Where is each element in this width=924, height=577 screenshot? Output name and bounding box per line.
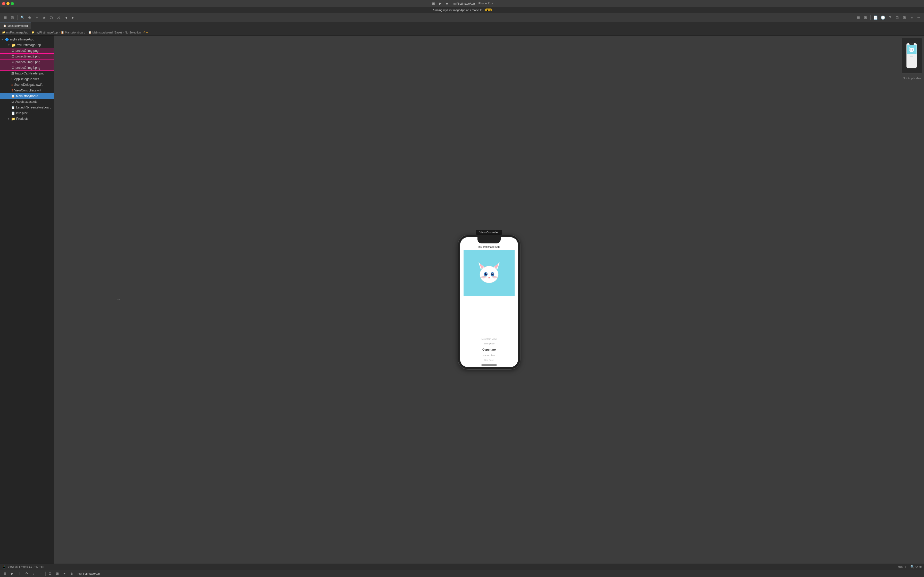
- svg-point-0: [480, 266, 498, 283]
- swift-icon3: S: [11, 89, 13, 92]
- nav-back-icon[interactable]: ◂: [63, 15, 69, 21]
- sidebar-item-products[interactable]: ▶ 📁 Products: [0, 116, 54, 122]
- storyboard-icon: 📋: [11, 95, 15, 98]
- config-icon[interactable]: ◈: [41, 15, 47, 21]
- sidebar-folder-label: myFirstImageApp: [17, 43, 41, 47]
- breadcrumb-storyboard-icon: 📋: [61, 31, 64, 34]
- device-label: iPhone 11: [478, 2, 491, 5]
- view-as-icon: 📱: [2, 565, 6, 569]
- debug-step-in-icon[interactable]: ↓: [31, 571, 37, 577]
- sidebar-item-viewcontroller[interactable]: S ViewController.swift: [0, 88, 54, 93]
- sidebar-item-img3[interactable]: 🖼 project2-img3.png: [0, 59, 54, 65]
- not-applicable-label: Not Applicable: [903, 77, 921, 80]
- debug-play-icon[interactable]: ▶: [9, 571, 15, 577]
- sidebar-toggle-icon[interactable]: ⊞: [431, 1, 436, 6]
- debug-sidebar-icon[interactable]: ⊞: [2, 571, 8, 577]
- header-icon: 🖼: [11, 72, 14, 75]
- sidebar-item-project-root[interactable]: ▼ 🔷 myFirstImageApp: [0, 37, 54, 42]
- tab-main-storyboard[interactable]: 📋 Main.storyboard: [0, 22, 31, 29]
- breadcrumb-bar: 📁 myFirstImageApp › 📁 myFirstImageApp › …: [0, 29, 924, 35]
- minimize-button[interactable]: [6, 2, 10, 5]
- segue-arrow: →: [116, 297, 121, 302]
- preview-panel: —————————: [901, 38, 922, 74]
- share-icon[interactable]: ⬡: [48, 15, 54, 21]
- preview-iphone: —————————: [906, 43, 917, 69]
- add-file-icon[interactable]: 📄: [872, 15, 879, 21]
- swift-icon1: S: [11, 77, 13, 81]
- add-icon[interactable]: +: [34, 15, 40, 21]
- grid-icon[interactable]: ⊞: [901, 15, 908, 21]
- preview-picker-text: —————————: [910, 54, 913, 58]
- stop-button[interactable]: ■: [444, 1, 450, 6]
- image-icon1: 🖼: [11, 49, 15, 52]
- zoom-out-button[interactable]: −: [894, 565, 896, 569]
- sidebar-item-img2[interactable]: 🖼 project2-img2.png: [0, 53, 54, 59]
- clock-icon[interactable]: 🕐: [880, 15, 886, 21]
- search-icon[interactable]: 🔍: [19, 15, 26, 21]
- sidebar-img2-label: project2-img2.png: [16, 55, 40, 58]
- list-icon[interactable]: ≡: [908, 15, 915, 21]
- branch-icon[interactable]: ⎇: [55, 15, 61, 21]
- breadcrumb-project[interactable]: myFirstImageApp: [6, 31, 28, 34]
- filter-icon[interactable]: ⊕: [27, 15, 33, 21]
- sidebar-launchscreen-label: LaunchScreen.storyboard: [16, 106, 51, 109]
- debug-memory-icon[interactable]: ⊞: [54, 571, 60, 577]
- hierarchy-icon[interactable]: ⊟: [9, 15, 16, 21]
- sidebar-mainstoryboard-label: Main.storyboard: [16, 94, 38, 98]
- svg-point-23: [911, 50, 911, 50]
- sidebar-project-label: myFirstImageApp: [10, 38, 34, 41]
- settings-icon[interactable]: ↩: [916, 15, 922, 21]
- running-label: Running myFirstImageApp on iPhone 11: [432, 8, 483, 11]
- iphone-screen: my first image App: [460, 237, 518, 367]
- close-button[interactable]: [2, 2, 5, 5]
- debug-bar: ⊞ ▶ ⏸ ↷ ↓ ↑ ⊡ ⊞ ≡ ⊗ myFirstImageApp: [0, 570, 924, 577]
- sidebar-item-main-folder[interactable]: ▼ 📁 myFirstImageApp: [0, 42, 54, 48]
- sidebar-item-assets[interactable]: 🗂 Assets.xcassets: [0, 99, 54, 105]
- plist-icon: 📄: [11, 111, 15, 115]
- app-title: my first image App: [478, 245, 500, 248]
- debug-break-icon[interactable]: ⊗: [69, 571, 74, 577]
- iphone-container: my first image App: [458, 235, 520, 369]
- debug-step-over-icon[interactable]: ↷: [24, 571, 29, 577]
- folder-icon: 📁: [11, 43, 16, 47]
- sidebar-item-header[interactable]: 🖼 happyCatHeader.png: [0, 71, 54, 76]
- sidebar-item-img4[interactable]: 🖼 project2-img4.png: [0, 65, 54, 71]
- sidebar-item-scenedelegate[interactable]: S SceneDelegate.swift: [0, 82, 54, 88]
- tab-bar: 📋 Main.storyboard: [0, 22, 924, 29]
- canvas-area[interactable]: → View Controller my first image App: [54, 35, 924, 564]
- debug-step-out-icon[interactable]: ↑: [38, 571, 44, 577]
- image-icon4: 🖼: [11, 66, 15, 69]
- split-icon[interactable]: ⊞: [863, 15, 869, 21]
- help-icon[interactable]: ?: [887, 15, 893, 21]
- run-button[interactable]: ▶: [438, 1, 443, 6]
- breadcrumb-folder[interactable]: myFirstImageApp: [36, 31, 58, 34]
- sidebar-item-mainstoryboard[interactable]: 📋 Main.storyboard: [0, 93, 54, 99]
- cat-image-area: [464, 250, 514, 296]
- zoom-in-button[interactable]: +: [905, 565, 907, 569]
- triangle-icon3: ▶: [8, 118, 10, 120]
- debug-thread-icon[interactable]: ≡: [61, 571, 67, 577]
- svg-point-24: [912, 50, 913, 50]
- sidebar-item-infoplist[interactable]: 📄 Info.plist: [0, 110, 54, 116]
- sidebar-item-launchscreen[interactable]: 📋 LaunchScreen.storyboard: [0, 105, 54, 110]
- breadcrumb-project-icon: 📁: [2, 31, 5, 34]
- nav-forward-icon[interactable]: ▸: [70, 15, 76, 21]
- breadcrumb-base[interactable]: Main.storyboard (Base): [92, 31, 122, 34]
- device-selector[interactable]: iPhone 11 ▾: [478, 2, 493, 5]
- sidebar-icon[interactable]: ☰: [2, 15, 8, 21]
- maximize-button[interactable]: [11, 2, 14, 5]
- breadcrumb-selection[interactable]: No Selection: [125, 31, 141, 34]
- iphone-notch: [478, 237, 501, 243]
- inspector-icon[interactable]: ⊡: [894, 15, 900, 21]
- debug-pause-icon[interactable]: ⏸: [16, 571, 22, 577]
- picker-santa-clara: Santa Clara: [460, 353, 518, 358]
- sidebar-item-img1[interactable]: 🖼 project2-img.png: [0, 48, 54, 53]
- sidebar-img3-label: project2-img3.png: [16, 60, 40, 64]
- editor-list-icon[interactable]: ☰: [855, 15, 861, 21]
- sidebar-item-appdelegate[interactable]: S AppDelegate.swift: [0, 76, 54, 82]
- tab-label: Main.storyboard: [8, 24, 28, 27]
- preview-image-area: [907, 45, 916, 54]
- breadcrumb-storyboard[interactable]: Main.storyboard: [65, 31, 85, 34]
- debug-views-icon[interactable]: ⊡: [47, 571, 53, 577]
- iphone-picker: Mountain View Sunnyvale Cupertino Santa …: [460, 337, 518, 363]
